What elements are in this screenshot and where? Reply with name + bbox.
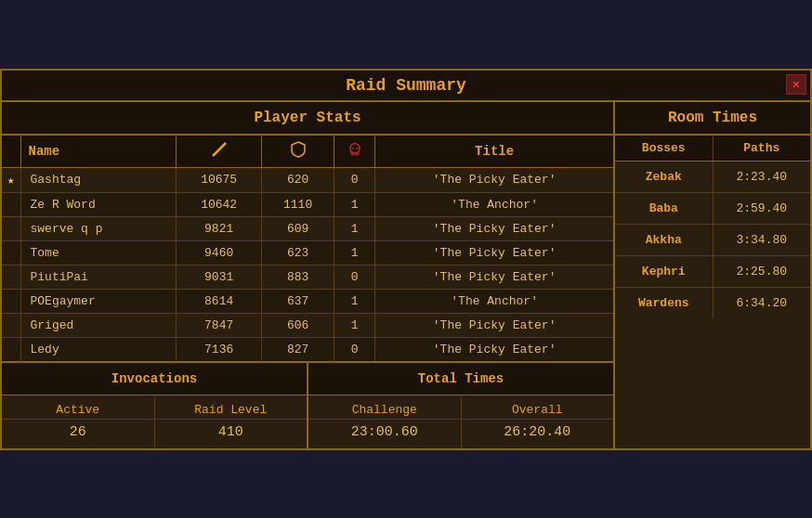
main-content: Player Stats Name (2, 102, 810, 448)
table-row: Ze R Word1064211101'The Anchor' (2, 192, 613, 216)
room-col-headers: Bosses Paths (615, 136, 810, 162)
player-title: 'The Picky Eater' (375, 337, 613, 361)
invocations-panel: Invocations Active 26 Raid Level 410 (2, 363, 308, 448)
table-header-row: Name (2, 136, 613, 168)
raid-level-value: 410 (155, 420, 308, 445)
star-cell (2, 192, 20, 216)
room-time: 6:34.20 (714, 288, 811, 318)
room-time: 2:23.40 (714, 162, 811, 192)
player-title: 'The Picky Eater' (375, 265, 613, 289)
title-bar: Raid Summary ✕ (2, 71, 810, 102)
player-defence: 637 (262, 289, 334, 313)
left-panel: Player Stats Name (2, 102, 615, 448)
invocations-title: Invocations (111, 371, 197, 386)
raid-level-label: Raid Level (155, 399, 308, 420)
col-header-title: Title (375, 136, 613, 168)
star-cell (2, 265, 20, 289)
player-name: Ze R Word (20, 192, 177, 216)
player-stats-title: Player Stats (254, 110, 360, 126)
room-name: Wardens (615, 288, 714, 318)
close-button[interactable]: ✕ (786, 74, 806, 95)
player-defence: 883 (262, 265, 334, 289)
player-name: Griged (20, 313, 177, 337)
table-row: PiutiPai90318830'The Picky Eater' (2, 265, 613, 289)
player-name: PiutiPai (20, 265, 177, 289)
active-value: 26 (2, 420, 154, 445)
player-attack: 10675 (177, 167, 262, 192)
total-times-cols: Challenge 23:00.60 Overall 26:20.40 (308, 395, 613, 448)
active-label: Active (2, 399, 154, 420)
room-row: Zebak2:23.40 (615, 162, 810, 193)
player-defence: 609 (262, 216, 334, 240)
table-row: POEgaymer86146371'The Anchor' (2, 289, 613, 313)
total-times-header: Total Times (308, 363, 613, 395)
room-times-header: Room Times (615, 102, 810, 136)
overall-label: Overall (462, 399, 614, 420)
room-row: Kephri2:25.80 (615, 256, 810, 288)
col-header-star (2, 136, 20, 168)
player-attack: 10642 (177, 192, 262, 216)
room-time: 2:25.80 (714, 256, 811, 287)
col-paths: Paths (714, 136, 811, 161)
total-times-title: Total Times (418, 371, 504, 386)
raid-summary-window: Raid Summary ✕ Player Stats Name (0, 69, 812, 450)
invocations-cols: Active 26 Raid Level 410 (2, 395, 307, 448)
invocations-header: Invocations (2, 363, 307, 395)
table-row: Ledy71368270'The Picky Eater' (2, 337, 613, 361)
player-attack: 9460 (177, 240, 262, 265)
challenge-value: 23:00.60 (308, 420, 461, 445)
player-deaths: 0 (334, 167, 375, 192)
player-title: 'The Picky Eater' (375, 216, 613, 240)
player-deaths: 1 (334, 216, 375, 240)
player-name: POEgaymer (20, 289, 177, 313)
player-attack: 9821 (177, 216, 262, 240)
total-times-panel: Total Times Challenge 23:00.60 Overall 2… (308, 363, 613, 448)
player-defence: 1110 (262, 192, 334, 216)
player-title: 'The Picky Eater' (375, 313, 613, 337)
room-name: Akkha (615, 225, 714, 255)
svg-point-8 (356, 148, 358, 149)
player-name: Gashtag (20, 167, 177, 192)
player-attack: 9031 (177, 265, 262, 289)
player-deaths: 1 (334, 192, 375, 216)
room-row: Akkha3:34.80 (615, 225, 810, 256)
star-cell: ★ (2, 167, 20, 192)
svg-point-7 (352, 148, 354, 149)
player-deaths: 1 (334, 289, 375, 313)
room-name: Kephri (615, 256, 714, 287)
overall-col: Overall 26:20.40 (462, 395, 614, 448)
shield-icon (291, 141, 306, 158)
player-attack: 7847 (177, 313, 262, 337)
table-row: ★Gashtag106756200'The Picky Eater' (2, 167, 613, 192)
sword-icon (211, 141, 228, 158)
player-deaths: 1 (334, 313, 375, 337)
col-header-name: Name (20, 136, 177, 168)
star-cell (2, 216, 20, 240)
player-defence: 827 (262, 337, 334, 361)
room-name: Baba (615, 193, 714, 224)
player-defence: 623 (262, 240, 334, 265)
player-defence: 606 (262, 313, 334, 337)
player-title: 'The Anchor' (375, 192, 613, 216)
player-deaths: 0 (334, 337, 375, 361)
col-header-deaths (334, 136, 375, 168)
table-row: Tome94606231'The Picky Eater' (2, 240, 613, 265)
player-name: Ledy (20, 337, 177, 361)
challenge-col: Challenge 23:00.60 (308, 395, 462, 448)
player-name: Tome (20, 240, 177, 265)
star-cell (2, 337, 20, 361)
active-col: Active 26 (2, 395, 155, 448)
star-cell (2, 240, 20, 265)
room-times-title: Room Times (668, 110, 757, 126)
player-attack: 7136 (177, 337, 262, 361)
col-bosses: Bosses (615, 136, 714, 161)
player-stats-header: Player Stats (2, 102, 613, 136)
raid-level-col: Raid Level 410 (155, 395, 308, 448)
player-deaths: 1 (334, 240, 375, 265)
player-defence: 620 (262, 167, 334, 192)
col-header-attack (177, 136, 262, 168)
challenge-label: Challenge (308, 399, 461, 420)
player-title: 'The Picky Eater' (375, 240, 613, 265)
star-cell (2, 289, 20, 313)
table-row: Griged78476061'The Picky Eater' (2, 313, 613, 337)
